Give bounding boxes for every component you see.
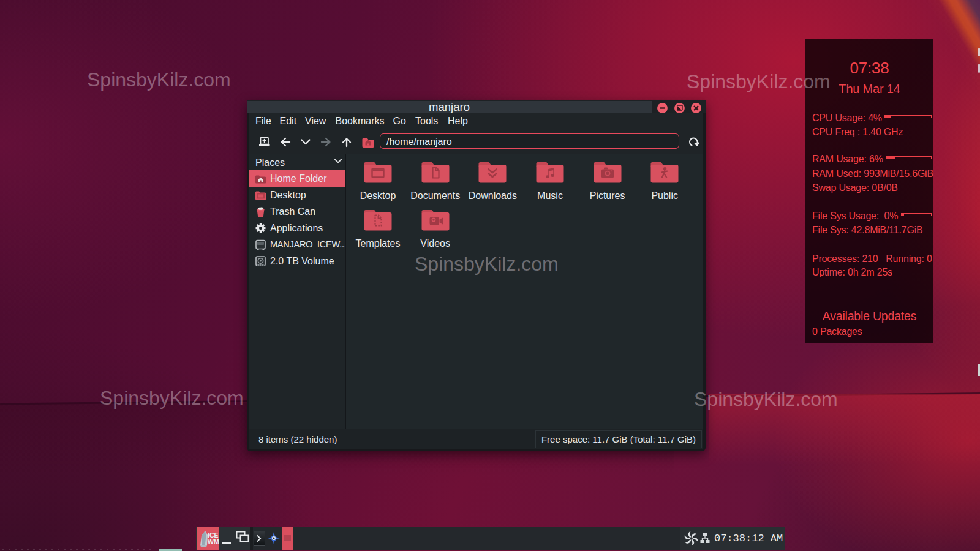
svg-text:WM: WM [208, 538, 219, 545]
